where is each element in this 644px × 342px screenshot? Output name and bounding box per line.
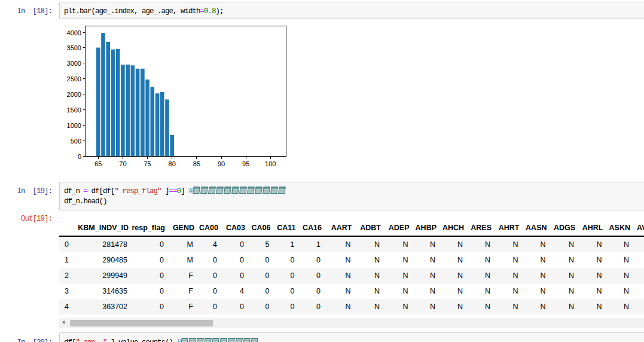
svg-text:1500: 1500 (67, 106, 81, 114)
svg-text:4000: 4000 (67, 29, 81, 36)
svg-text:2500: 2500 (67, 75, 81, 83)
svg-text:90: 90 (218, 160, 225, 167)
svg-text:500: 500 (71, 138, 81, 145)
svg-text:100: 100 (265, 160, 276, 167)
svg-text:2000: 2000 (67, 91, 81, 98)
svg-text:85: 85 (193, 160, 200, 167)
svg-text:70: 70 (119, 160, 126, 167)
svg-text:80: 80 (169, 160, 176, 167)
svg-text:95: 95 (242, 160, 249, 167)
svg-text:75: 75 (144, 160, 151, 167)
svg-text:1000: 1000 (67, 122, 81, 129)
svg-text:3000: 3000 (67, 60, 81, 67)
svg-text:0: 0 (78, 153, 81, 160)
svg-text:3500: 3500 (67, 44, 81, 51)
svg-text:65: 65 (94, 160, 102, 167)
